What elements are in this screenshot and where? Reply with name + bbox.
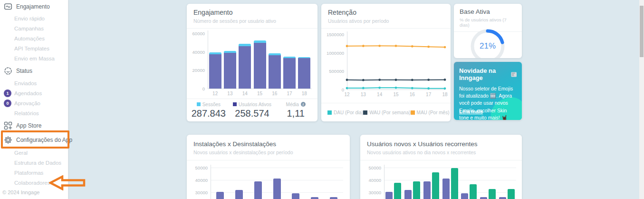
- active-base-card: Base Ativa % de usuários ativos (7 dias)…: [454, 4, 522, 58]
- inbox-mail-icon: [4, 2, 12, 11]
- x-axis-tick: 17: [283, 91, 296, 96]
- sidebar-section-status[interactable]: Status: [4, 67, 32, 75]
- agendados-count-badge: 1: [4, 90, 11, 97]
- y-axis-tick: 20000: [189, 68, 205, 73]
- card-subtitle: % de usuários ativos (7 dias): [460, 17, 516, 28]
- sidebar: Engajamento Envio rápido Campanhas Autom…: [0, 0, 68, 199]
- sidebar-section-app-store[interactable]: App Store: [4, 121, 41, 130]
- stat-value: 1,11: [287, 108, 304, 119]
- stat-value: 258.574: [235, 108, 269, 119]
- card-header: Instalações x Desinstalações Novos usuár…: [187, 135, 350, 160]
- sidebar-item-estrutura-de-dados[interactable]: Estrutura de Dados: [14, 159, 61, 167]
- legend-wau: WAU (Por semana): [363, 110, 410, 115]
- gridline: [211, 168, 343, 168]
- card-title: Engajamento: [193, 9, 311, 16]
- sidebar-item-campanhas[interactable]: Campanhas: [14, 25, 44, 32]
- bar: [499, 197, 506, 199]
- news-body: Nosso seletor de Emojis foi atualizado 🆕…: [459, 85, 517, 120]
- stat-usuarios-ativos: Usuários Ativos 258.574: [231, 99, 274, 121]
- leia-mais-link[interactable]: Leia mais: [459, 109, 483, 114]
- sessoes-swatch: [197, 102, 201, 106]
- new-vs-recurring-card: Usuários novos x Usuários recorrentes No…: [360, 135, 522, 199]
- bar-segment: [209, 54, 221, 89]
- sidebar-section-label: Status: [16, 68, 32, 74]
- bar: [254, 181, 262, 199]
- bar: [451, 168, 458, 199]
- sidebar-item-api-templates[interactable]: API Templates: [14, 45, 49, 52]
- apps-grid-icon: [4, 121, 12, 130]
- y-axis-tick: 30000: [363, 190, 381, 195]
- bar-segment: [254, 43, 266, 89]
- sidebar-item-plataformas[interactable]: Plataformas: [14, 169, 43, 177]
- bar: [311, 197, 318, 199]
- sidebar-item-colaboradores[interactable]: Colaboradores: [14, 179, 50, 187]
- sidebar-item-automacoes[interactable]: Automações: [14, 35, 45, 42]
- new-vs-recurring-bar-chart: 30000400005000012131415161718: [363, 163, 520, 199]
- usuarios-ativos-swatch: [233, 102, 237, 106]
- bar: [235, 190, 243, 199]
- y-axis-tick: 0: [189, 86, 205, 91]
- card-subtitle: Número de sessões por usuário ativo: [193, 18, 311, 24]
- engagement-stats-row: Sessões 287.843 Usuários Ativos 258.574 …: [187, 99, 317, 121]
- stat-label: Usuários Ativos: [239, 102, 271, 107]
- installs-card: Instalações x Desinstalações Novos usuár…: [187, 135, 350, 199]
- bar: [413, 181, 420, 199]
- stat-sessoes: Sessões 287.843: [187, 99, 231, 121]
- sidebar-section-label: App Store: [16, 122, 41, 129]
- sidebar-section-label: Engajamento: [16, 3, 50, 10]
- sidebar-item-agendados[interactable]: Agendados: [14, 90, 42, 97]
- bar: [489, 189, 496, 199]
- y-axis-tick: 40000: [190, 178, 208, 183]
- dau-swatch: [327, 110, 332, 115]
- gauge-value: 21%: [469, 28, 506, 58]
- sidebar-item-enviados[interactable]: Enviados: [14, 80, 37, 87]
- y-axis-tick: 50000: [363, 165, 381, 170]
- y-axis-line: [384, 165, 384, 199]
- stat-label: Sessões: [202, 102, 221, 107]
- x-axis-tick: 14: [238, 91, 251, 96]
- card-title: Base Ativa: [460, 8, 516, 15]
- bar: [470, 184, 477, 199]
- legend-label: WAU (Por semana): [369, 110, 410, 115]
- y-axis-tick: 30000: [190, 190, 208, 195]
- mau-swatch: [411, 110, 415, 115]
- bar: [461, 193, 468, 199]
- y-axis-line: [211, 165, 211, 199]
- sidebar-item-envio-em-massa[interactable]: Envio em Massa: [14, 55, 55, 62]
- x-axis-tick: 16: [268, 91, 281, 96]
- bar: [292, 193, 299, 199]
- installs-bar-chart: 30000400005000012131415161718: [190, 163, 347, 199]
- engagement-card: Engajamento Número de sessões por usuári…: [187, 4, 317, 121]
- info-icon[interactable]: i: [301, 102, 306, 107]
- bar: [216, 192, 224, 199]
- y-axis-tick: 60000: [189, 31, 205, 36]
- stat-label: Média: [286, 102, 299, 107]
- x-axis-tick: 15: [253, 91, 267, 96]
- sidebar-section-engajamento[interactable]: Engajamento: [4, 2, 50, 11]
- engagement-bar-chart: 020000400006000012131415161718: [189, 29, 316, 99]
- scrollbar-thumb[interactable]: [640, 6, 644, 57]
- sidebar-item-geral[interactable]: Geral: [14, 149, 28, 157]
- card-title: Retenção: [328, 9, 444, 16]
- sidebar-item-envio-rapido[interactable]: Envio rápido: [14, 15, 45, 22]
- gear-icon: [4, 136, 12, 144]
- bar-segment: [269, 55, 281, 89]
- bar: [394, 183, 401, 199]
- stat-value: 287.843: [192, 108, 226, 119]
- y-axis-line: [208, 30, 208, 89]
- stat-media: Média i 1,11: [274, 99, 317, 121]
- card-header: Retenção Usuários ativos por período: [321, 4, 451, 29]
- bar: [330, 197, 337, 199]
- card-header: Engajamento Número de sessões por usuári…: [187, 4, 317, 29]
- retention-legend: DAU (Por dia) WAU (Por semana) MAU (Por …: [321, 103, 451, 121]
- gridline: [384, 168, 516, 168]
- sidebar-item-aprovacao[interactable]: Aprovação: [14, 100, 40, 107]
- x-axis-tick: 18: [298, 91, 311, 96]
- sidebar-section-configuracoes-do-app[interactable]: Configurações do App: [4, 136, 72, 144]
- bar: [442, 179, 450, 199]
- sidebar-item-relatorios[interactable]: Relatórios: [14, 109, 39, 117]
- bar: [508, 189, 515, 199]
- bar: [423, 181, 431, 199]
- card-subtitle: Usuários ativos por período: [328, 18, 444, 24]
- wau-swatch: [363, 110, 367, 115]
